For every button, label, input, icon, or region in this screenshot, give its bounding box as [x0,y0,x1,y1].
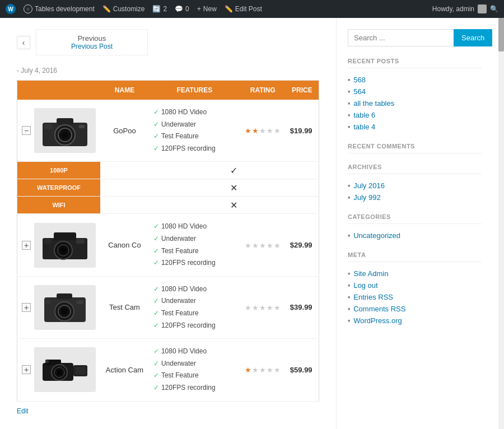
stars: ★★★★★ [245,303,281,312]
feature-item: ✓Test Feature [153,307,236,320]
star-2: ★ [252,127,259,135]
comments-link[interactable]: 💬 0 [175,5,189,13]
star-5: ★ [274,241,281,250]
check-icon: ✓ [153,222,159,230]
list-item[interactable]: Log out [348,279,482,291]
product-name: Action Cam [100,339,149,401]
list-item-link[interactable]: WordPress.org [353,316,402,325]
admin-bar: W ○ Tables development ✏️ Customize 🔄 2 … [0,0,504,18]
svg-rect-13 [44,239,51,244]
list-item[interactable]: Entries RSS [348,291,482,303]
svg-rect-20 [45,300,51,304]
previous-label: Previous [45,34,138,43]
list-item-link[interactable]: 568 [353,76,366,84]
page-wrap: ‹ Previous Previous Post - July 4, 2016 … [0,18,504,429]
col-rating: RATING [240,81,286,100]
edit-post-link[interactable]: ✏️ Edit Post [225,5,262,13]
categories-title: CATEGORIES [348,213,482,224]
product-name: Test Cam [100,276,149,338]
list-item[interactable]: Site Admin [348,268,482,279]
expand-button[interactable]: + [22,365,31,374]
howdy-section: Howdy, admin 🔍 [432,4,498,13]
new-link[interactable]: + New [197,5,217,13]
list-item[interactable]: 568 [348,74,482,86]
list-item-link[interactable]: table 4 [353,123,375,131]
spec-value: ✓ [149,162,319,179]
categories-list: Uncategorized [348,230,482,241]
star-3: ★ [259,241,267,250]
list-item-link[interactable]: Site Admin [353,269,388,278]
meta-list: Site AdminLog outEntries RSSComments RSS… [348,268,482,327]
check-icon: ✓ [153,120,159,128]
list-item-link[interactable]: all the tables [353,99,394,108]
svg-point-4 [62,132,68,138]
star-4: ★ [267,366,274,374]
spec-label-cell: WIFI [17,197,101,214]
nav-links: ‹ Previous Previous Post [17,29,319,55]
product-image-cell: + [17,339,101,401]
list-item-link[interactable]: July 992 [353,193,380,202]
list-item[interactable]: 564 [348,86,482,97]
svg-rect-12 [76,239,85,244]
list-item-link[interactable]: Entries RSS [353,293,393,301]
search-icon[interactable]: 🔍 [490,5,498,13]
feature-item: ✓120FPS recording [153,143,236,155]
col-price: PRICE [286,81,319,100]
back-arrow[interactable]: ‹ [17,36,30,49]
list-item[interactable]: WordPress.org [348,315,482,327]
list-item-link[interactable]: Uncategorized [353,231,400,240]
list-item-link[interactable]: July 2016 [353,181,385,190]
star-2: ★ [252,304,259,312]
check-icon: ✓ [153,347,159,355]
check-icon: ✓ [153,371,159,379]
expand-button[interactable]: + [22,241,31,250]
check-icon: ✓ [153,235,159,243]
features-list: ✓1080 HD Video✓Underwater✓Test Feature✓1… [149,339,240,401]
customize-link[interactable]: ✏️ Customize [102,5,145,13]
search-button[interactable]: Search [454,29,492,46]
list-item-link[interactable]: Log out [353,281,377,290]
star-4: ★ [267,127,274,135]
check-icon: ✓ [153,384,159,391]
expand-button[interactable]: + [22,303,31,312]
list-item[interactable]: July 992 [348,192,482,203]
search-input[interactable] [348,29,454,46]
scroll-track[interactable] [498,18,504,429]
check-icon: ✓ [153,144,159,152]
table-header-row: NAME FEATURES RATING PRICE [17,81,319,100]
previous-post-nav[interactable]: Previous Previous Post [36,29,148,55]
spec-value: ✕ [149,197,319,214]
archives-section: ARCHIVES July 2016July 992 [348,164,482,203]
features-list: ✓1080 HD Video✓Underwater✓Test Feature✓1… [149,276,240,338]
list-item[interactable]: table 6 [348,109,482,121]
site-name-link[interactable]: ○ Tables development [24,4,95,13]
feature-item: ✓Test Feature [153,245,236,258]
wp-icon[interactable]: W [6,4,16,14]
list-item[interactable]: Comments RSS [348,303,482,315]
recent-comments-title: RECENT COMMENTS [348,143,482,153]
list-item[interactable]: table 4 [348,121,482,133]
revisions-link[interactable]: 🔄 2 [152,5,167,13]
list-item-link[interactable]: table 6 [353,111,375,119]
check-icon: ✓ [153,108,159,116]
list-item-link[interactable]: Comments RSS [353,305,405,313]
feature-item: ✓120FPS recording [153,320,236,332]
expand-button[interactable]: − [22,126,31,135]
spec-row: WATERPROOF ✕ [17,179,319,197]
svg-rect-6 [79,125,85,128]
spec-label: WIFI [17,197,100,213]
site-name: Tables development [35,5,95,13]
stars: ★★★★★ [245,241,281,250]
svg-rect-8 [54,232,76,240]
rating-cell: ★★★★★ [240,339,286,401]
spec-value-cell [100,197,149,214]
spec-row: WIFI ✕ [17,197,319,214]
list-item[interactable]: July 2016 [348,180,482,192]
table-row: + Canon Co ✓1080 HD Video✓Underwater✓Tes… [17,214,319,276]
list-item[interactable]: all the tables [348,97,482,109]
edit-link[interactable]: Edit [17,407,29,415]
scroll-thumb[interactable] [498,18,504,52]
list-item-link[interactable]: 564 [353,87,366,96]
svg-rect-1 [57,118,73,125]
list-item[interactable]: Uncategorized [348,230,482,241]
